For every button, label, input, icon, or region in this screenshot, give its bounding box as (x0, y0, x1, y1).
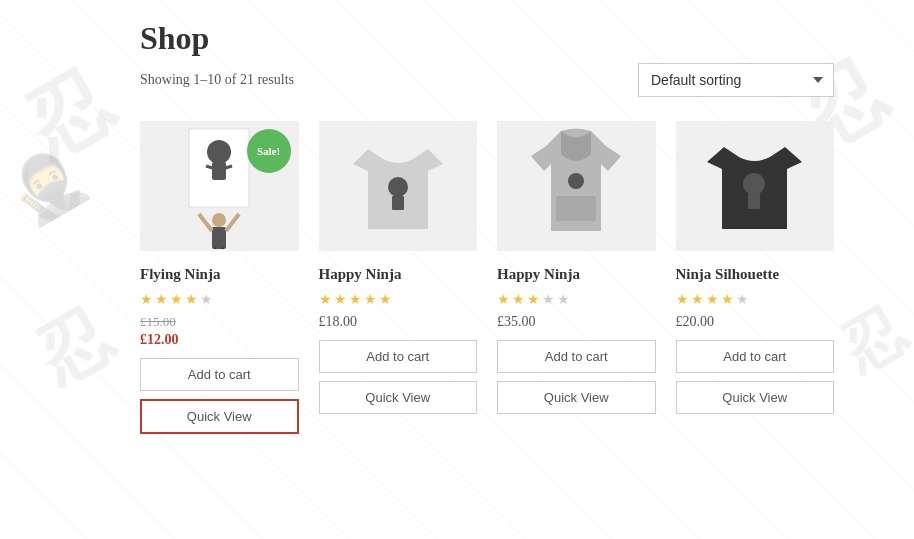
price-regular: £18.00 (319, 314, 358, 330)
price-sale: £12.00 (140, 332, 179, 348)
star-rating-flying-ninja: ★ ★ ★ ★ ★ (140, 291, 213, 308)
price-block-happy-ninja-2: £35.00 (497, 314, 536, 330)
product-name-happy-ninja-2: Happy Ninja (497, 265, 580, 285)
results-count: Showing 1–10 of 21 results (140, 72, 294, 88)
price-block-ninja-silhouette: £20.00 (676, 314, 715, 330)
star-rating-happy-ninja-1: ★ ★ ★ ★ ★ (319, 291, 392, 308)
add-to-cart-ninja-silhouette[interactable]: Add to cart (676, 340, 835, 373)
quick-view-happy-ninja-2[interactable]: Quick View (497, 381, 656, 414)
svg-point-5 (212, 213, 226, 227)
svg-line-8 (226, 214, 239, 231)
happy-ninja-hoodie-image (526, 126, 626, 246)
svg-rect-16 (748, 194, 760, 209)
price-block-happy-ninja-1: £18.00 (319, 314, 358, 330)
product-image-happy-ninja-2 (497, 121, 656, 251)
svg-rect-13 (556, 196, 596, 221)
happy-ninja-tshirt-image (348, 129, 448, 244)
product-image-flying-ninja: Sale! (140, 121, 299, 251)
ninja-silhouette-image (702, 129, 807, 244)
svg-point-15 (743, 173, 765, 195)
sale-badge: Sale! (247, 129, 291, 173)
product-card-happy-ninja-2: Happy Ninja ★ ★ ★ ★ ★ £35.00 Add to cart… (497, 121, 656, 434)
svg-point-1 (207, 140, 231, 164)
svg-point-14 (568, 173, 584, 189)
add-to-cart-flying-ninja[interactable]: Add to cart (140, 358, 299, 391)
product-image-ninja-silhouette (676, 121, 835, 251)
page-title: Shop (140, 20, 834, 57)
price-original: £15.00 (140, 314, 179, 330)
price-block-flying-ninja: £15.00 £12.00 (140, 314, 179, 348)
svg-point-11 (388, 177, 408, 197)
product-name-ninja-silhouette: Ninja Silhouette (676, 265, 780, 285)
svg-rect-6 (212, 227, 226, 249)
products-grid: Sale! (140, 121, 834, 434)
product-name-flying-ninja: Flying Ninja (140, 265, 220, 285)
quick-view-flying-ninja[interactable]: Quick View (140, 399, 299, 434)
svg-rect-2 (212, 162, 226, 180)
product-card-flying-ninja: Sale! (140, 121, 299, 434)
svg-line-7 (199, 214, 212, 231)
product-card-happy-ninja-1: Happy Ninja ★ ★ ★ ★ ★ £18.00 Add to cart… (319, 121, 478, 434)
product-image-happy-ninja-1 (319, 121, 478, 251)
price-regular: £35.00 (497, 314, 536, 330)
sorting-select[interactable]: Default sorting Sort by popularity Sort … (638, 63, 834, 97)
product-card-ninja-silhouette: Ninja Silhouette ★ ★ ★ ★ ★ £20.00 Add to… (676, 121, 835, 434)
svg-rect-12 (392, 196, 404, 210)
price-regular: £20.00 (676, 314, 715, 330)
add-to-cart-happy-ninja-2[interactable]: Add to cart (497, 340, 656, 373)
quick-view-ninja-silhouette[interactable]: Quick View (676, 381, 835, 414)
star-rating-ninja-silhouette: ★ ★ ★ ★ ★ (676, 291, 749, 308)
star-rating-happy-ninja-2: ★ ★ ★ ★ ★ (497, 291, 570, 308)
quick-view-happy-ninja-1[interactable]: Quick View (319, 381, 478, 414)
add-to-cart-happy-ninja-1[interactable]: Add to cart (319, 340, 478, 373)
product-name-happy-ninja-1: Happy Ninja (319, 265, 402, 285)
